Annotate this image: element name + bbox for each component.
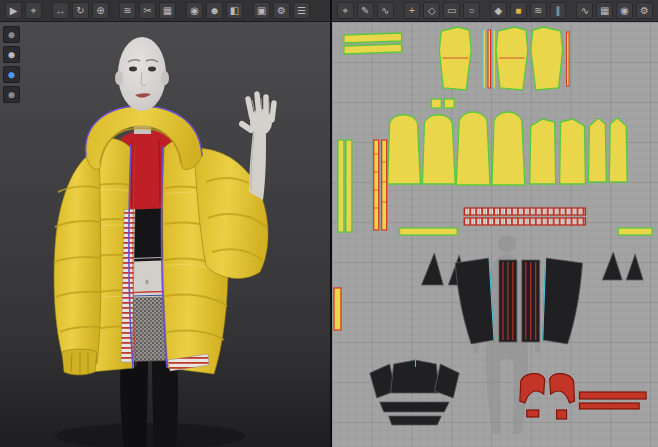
- zipper-strip-red[interactable]: [488, 30, 490, 88]
- pattern-piece-rib-trim-1[interactable]: [464, 208, 585, 215]
- avatar-pose-icon[interactable]: ☻: [3, 66, 20, 83]
- pattern-piece-collar-band-1[interactable]: [344, 33, 402, 43]
- pattern-piece-tab-1[interactable]: [431, 99, 441, 108]
- leg-left[interactable]: [120, 358, 148, 447]
- pattern-piece-back-upper[interactable]: [531, 27, 563, 90]
- pattern-piece-rib-trim-2[interactable]: [464, 218, 585, 225]
- pattern-piece-back-panel-1[interactable]: [530, 119, 556, 184]
- grading-tool-icon[interactable]: ■: [510, 2, 527, 19]
- pattern-board[interactable]: [332, 22, 658, 447]
- simulate-icon[interactable]: ▶: [5, 2, 22, 19]
- add-point-icon[interactable]: +: [404, 2, 421, 19]
- pattern-piece-side-panel-1[interactable]: [588, 118, 606, 182]
- viewport-2d-panel: ⌖✎∿+◇▭○◆■≋∥∿▦◉⚙: [330, 0, 658, 447]
- avatar-skin-icon[interactable]: ☻: [3, 46, 20, 63]
- pattern-piece-hem-strip-1[interactable]: [400, 228, 458, 235]
- move-tool-icon[interactable]: ↔: [52, 2, 69, 19]
- polygon-tool-icon[interactable]: ◇: [423, 2, 440, 19]
- zipper-strip-cyan-1[interactable]: [483, 30, 485, 88]
- pattern-piece-zip-tape-1[interactable]: [374, 140, 379, 230]
- texture-view-icon[interactable]: ▦: [159, 2, 176, 19]
- zipper-strip-red-2[interactable]: [567, 32, 569, 86]
- pattern-piece-sleeve-2[interactable]: [422, 115, 455, 184]
- pattern-piece-side-panel-2[interactable]: [609, 118, 627, 182]
- avatar-arrangement-icon[interactable]: ☻: [3, 86, 20, 103]
- rotate-tool-icon[interactable]: ↻: [72, 2, 89, 19]
- toolbar-2d: ⌖✎∿+◇▭○◆■≋∥∿▦◉⚙: [332, 0, 658, 22]
- pattern-piece-tab-2[interactable]: [444, 99, 454, 108]
- marvelous-designer-window: ▶⌖↔↻⊕≋✂▦◉☻◧▣⚙☰ ☻☻☻☻: [0, 0, 658, 447]
- scissors-tool-icon[interactable]: ✂: [139, 2, 156, 19]
- segment-sewing-icon[interactable]: ∥: [550, 2, 567, 19]
- pattern-piece-red-tab-1[interactable]: [557, 410, 567, 419]
- pattern-piece-top-band-2[interactable]: [389, 416, 442, 425]
- leg-right[interactable]: [152, 358, 178, 447]
- eye-right: [148, 67, 156, 72]
- pattern-piece-sleeve-1[interactable]: [388, 115, 421, 184]
- viewport-3d[interactable]: ☻☻☻☻: [0, 22, 330, 447]
- free-sewing-icon[interactable]: ∿: [576, 2, 593, 19]
- navel: [145, 280, 148, 285]
- transform-pattern-icon[interactable]: ⌖: [337, 2, 354, 19]
- pattern-options-icon[interactable]: ⚙: [636, 2, 653, 19]
- edit-curvature-icon[interactable]: ∿: [377, 2, 394, 19]
- circle-tool-icon[interactable]: ○: [463, 2, 480, 19]
- zipper-strip-cyan-2[interactable]: [493, 30, 495, 88]
- toolbar-3d: ▶⌖↔↻⊕≋✂▦◉☻◧▣⚙☰: [0, 0, 330, 22]
- edit-pattern-icon[interactable]: ✎: [357, 2, 374, 19]
- camera-view-icon[interactable]: ◉: [186, 2, 203, 19]
- viewport-2d[interactable]: [332, 22, 658, 447]
- pattern-piece-front-upper-right[interactable]: [496, 27, 528, 90]
- show-avatar-icon[interactable]: ☻: [3, 26, 20, 43]
- edit-sewing-icon[interactable]: ≋: [530, 2, 547, 19]
- pattern-piece-top-band-1[interactable]: [380, 402, 450, 412]
- pattern-piece-front-upper-left[interactable]: [439, 27, 471, 90]
- cloth-display-icon[interactable]: ◧: [226, 2, 243, 19]
- view-menu-icon[interactable]: ☰: [293, 2, 310, 19]
- pattern-info-icon[interactable]: ◉: [616, 2, 633, 19]
- select-tool-icon[interactable]: ⌖: [25, 2, 42, 19]
- dart-tool-icon[interactable]: ◆: [490, 2, 507, 19]
- scene-3d[interactable]: [0, 22, 330, 447]
- pattern-piece-sleeve-3[interactable]: [456, 112, 490, 185]
- rectangle-tool-icon[interactable]: ▭: [443, 2, 460, 19]
- pattern-piece-red-strip-1[interactable]: [579, 392, 646, 399]
- avatar-side-toolbar: ☻☻☻☻: [3, 26, 20, 103]
- ear-left: [115, 71, 123, 85]
- pattern-piece-collar-band-2[interactable]: [344, 44, 402, 54]
- pattern-piece-strip-long-2[interactable]: [346, 140, 352, 232]
- render-settings-icon[interactable]: ⚙: [273, 2, 290, 19]
- pattern-piece-hem-strip-2[interactable]: [618, 228, 652, 235]
- ear-right: [161, 71, 169, 85]
- pattern-piece-strip-long-1[interactable]: [338, 140, 344, 232]
- pattern-piece-zip-tape-2[interactable]: [382, 140, 387, 230]
- eye-left: [129, 67, 137, 72]
- texture-edit-icon[interactable]: ▦: [596, 2, 613, 19]
- pattern-piece-back-panel-2[interactable]: [560, 119, 586, 184]
- pattern-piece-red-strip-2[interactable]: [579, 403, 639, 409]
- avatar-display-icon[interactable]: ☻: [206, 2, 223, 19]
- pattern-piece-red-tab-2[interactable]: [527, 410, 539, 417]
- mesh-display-icon[interactable]: ▣: [253, 2, 270, 19]
- pin-tool-icon[interactable]: ⊕: [92, 2, 109, 19]
- pattern-piece-sleeve-4[interactable]: [492, 112, 525, 185]
- pattern-piece-top-front[interactable]: [391, 360, 440, 393]
- viewport-3d-panel: ▶⌖↔↻⊕≋✂▦◉☻◧▣⚙☰ ☻☻☻☻: [0, 0, 330, 447]
- pattern-piece-mini-strip[interactable]: [334, 288, 341, 330]
- sewing-tool-icon[interactable]: ≋: [119, 2, 136, 19]
